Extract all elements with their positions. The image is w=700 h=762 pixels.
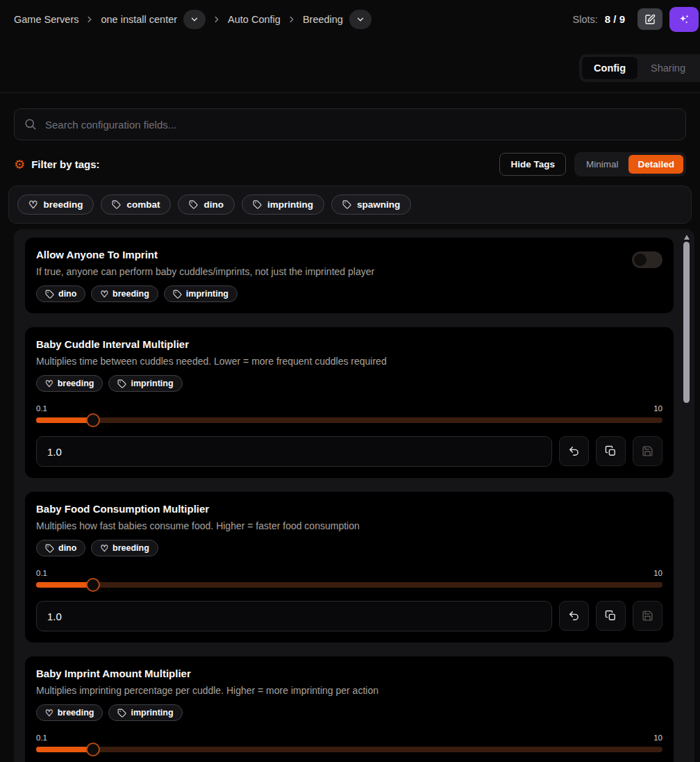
value-input[interactable]	[36, 436, 552, 467]
heart-icon: ♡	[45, 379, 53, 388]
copy-button[interactable]	[596, 436, 626, 466]
tag-icon	[117, 379, 126, 388]
undo-icon	[568, 610, 580, 622]
tag-icon	[45, 544, 54, 553]
edit-button[interactable]	[638, 8, 662, 30]
slider-block: 0.1 10	[36, 404, 662, 467]
toggle-switch[interactable]	[632, 251, 662, 268]
tag-icon	[189, 200, 198, 209]
tag-filter-list: ♡ breeding combat dino imprinting spawni…	[8, 185, 692, 224]
hide-tags-button[interactable]: Hide Tags	[499, 153, 566, 176]
slider-min-label: 0.1	[36, 734, 47, 742]
value-slider[interactable]	[36, 747, 662, 752]
header-divider	[0, 92, 700, 93]
copy-icon	[605, 445, 617, 457]
value-slider[interactable]	[36, 417, 662, 423]
tag-icon	[45, 290, 54, 299]
config-card: Baby Cuddle Interval Multiplier Multipli…	[25, 327, 674, 478]
card-tag-chip[interactable]: dino	[36, 540, 85, 556]
copy-icon	[605, 610, 617, 622]
config-card: Baby Food Consumption Multiplier Multipl…	[25, 492, 674, 643]
scrollbar-up-arrow[interactable]	[684, 235, 690, 240]
card-tag-chip[interactable]: ♡ breeding	[91, 540, 158, 556]
slider-min-label: 0.1	[36, 569, 47, 577]
value-input[interactable]	[36, 601, 552, 631]
slider-fill	[36, 582, 93, 588]
tag-icon	[253, 200, 262, 209]
save-button[interactable]	[633, 436, 662, 466]
undo-button[interactable]	[559, 601, 589, 631]
tag-filter-chip[interactable]: ♡ breeding	[17, 194, 94, 215]
breadcrumb: Game Servers one install center Auto Con…	[14, 10, 372, 29]
slider-min-label: 0.1	[36, 404, 47, 413]
card-title: Baby Food Consumption Multiplier	[36, 503, 360, 515]
tag-filter-chip[interactable]: combat	[101, 194, 171, 215]
slider-fill	[36, 747, 93, 752]
card-tag-list: ♡ breeding imprinting	[36, 375, 387, 392]
chevron-down-icon	[190, 15, 199, 24]
card-tag-chip[interactable]: ♡ breeding	[36, 704, 103, 721]
tab-config[interactable]: Config	[582, 57, 638, 79]
config-card: Allow Anyone To Imprint If true, anyone …	[25, 238, 674, 313]
breadcrumb-install[interactable]: one install center	[101, 14, 177, 25]
slider-block: 0.1 10	[36, 569, 662, 631]
scrollbar-thumb[interactable]	[683, 242, 690, 403]
card-tag-chip[interactable]: ♡ breeding	[36, 375, 103, 392]
install-dropdown-button[interactable]	[183, 10, 206, 29]
save-button[interactable]	[633, 601, 662, 631]
save-icon	[642, 445, 653, 457]
slider-max-label: 10	[653, 404, 662, 413]
tag-filter-chip[interactable]: dino	[178, 194, 235, 215]
filter-bar-right: Hide Tags Minimal Detailed	[499, 152, 686, 176]
card-tag-chip[interactable]: imprinting	[108, 375, 182, 392]
detailed-toggle-button[interactable]: Detailed	[628, 155, 683, 174]
card-description: Multiplies imprinting percentage per cud…	[36, 685, 378, 696]
filter-bar: ⚙ Filter by tags: Hide Tags Minimal Deta…	[14, 152, 686, 176]
tag-filter-chip[interactable]: spawning	[331, 194, 411, 215]
heart-icon: ♡	[100, 290, 108, 299]
slots-value: 8 / 9	[605, 13, 625, 25]
save-icon	[642, 610, 653, 622]
card-tag-chip[interactable]: imprinting	[108, 704, 182, 721]
card-tag-chip[interactable]: ♡ breeding	[91, 285, 158, 302]
search-input[interactable]	[14, 108, 686, 140]
heart-icon: ♡	[45, 709, 53, 718]
chevron-right-icon	[212, 15, 222, 24]
filter-by-tags-label: Filter by tags:	[31, 158, 99, 170]
slider-max-label: 10	[653, 569, 662, 577]
card-tag-chip[interactable]: imprinting	[164, 285, 238, 302]
edit-pencil-icon	[644, 14, 656, 25]
config-card: Baby Imprint Amount Multiplier Multiplie…	[25, 656, 674, 762]
toggle-knob	[634, 254, 647, 266]
value-slider[interactable]	[36, 582, 662, 588]
undo-icon	[568, 445, 580, 457]
breadcrumb-auto-config[interactable]: Auto Config	[228, 14, 281, 25]
ai-assistant-button[interactable]	[669, 7, 699, 32]
breadcrumb-breeding[interactable]: Breeding	[303, 14, 343, 25]
filter-bar-left: ⚙ Filter by tags:	[14, 158, 100, 171]
config-cards-list: Allow Anyone To Imprint If true, anyone …	[25, 238, 674, 762]
card-title: Baby Imprint Amount Multiplier	[36, 668, 378, 679]
header-actions: Slots: 8 / 9	[573, 7, 688, 32]
card-tag-list: ♡ breeding imprinting	[36, 704, 378, 721]
undo-button[interactable]	[559, 436, 589, 466]
minimal-toggle-button[interactable]: Minimal	[577, 155, 628, 174]
view-tabs-row: Config Sharing	[0, 54, 700, 82]
tab-sharing[interactable]: Sharing	[639, 57, 697, 79]
breadcrumb-game-servers[interactable]: Game Servers	[14, 14, 78, 25]
slider-block: 0.1 10	[36, 734, 662, 762]
tag-filter-chip[interactable]: imprinting	[242, 194, 324, 215]
slider-thumb[interactable]	[86, 578, 100, 592]
slider-max-label: 10	[653, 734, 662, 742]
copy-button[interactable]	[596, 601, 626, 631]
search-icon	[24, 117, 37, 133]
sparkles-icon	[678, 13, 690, 26]
breeding-dropdown-button[interactable]	[349, 10, 372, 29]
card-tag-chip[interactable]: dino	[36, 285, 85, 302]
card-description: Multiplies time between cuddles needed. …	[36, 356, 387, 367]
chevron-right-icon	[287, 15, 297, 24]
slots-label: Slots:	[573, 14, 598, 25]
app-window: Game Servers one install center Auto Con…	[0, 0, 700, 762]
slider-thumb[interactable]	[86, 413, 100, 427]
slider-thumb[interactable]	[86, 743, 100, 756]
